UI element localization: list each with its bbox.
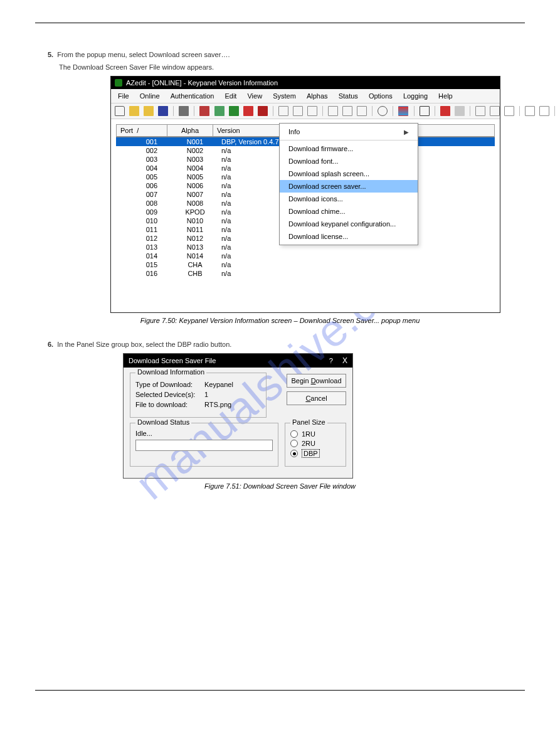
save-icon[interactable] — [158, 106, 168, 116]
copy-db-icon[interactable] — [214, 106, 225, 116]
sync-icon[interactable] — [229, 106, 239, 116]
toolbar-sep — [194, 106, 194, 116]
back-icon[interactable] — [440, 106, 450, 116]
tool-b-icon[interactable] — [490, 106, 500, 116]
cell-port: 011 — [116, 225, 172, 234]
panel-size-radio[interactable]: 1RU — [290, 430, 341, 438]
forward-icon[interactable] — [455, 106, 465, 116]
radio-dot-icon — [290, 450, 298, 457]
cancel-button[interactable]: Cancel — [287, 391, 346, 405]
kv-val: Keypanel — [204, 381, 233, 388]
ctx-item[interactable]: Download license... — [280, 230, 418, 243]
bottom-rule — [35, 690, 525, 691]
paint-icon[interactable] — [398, 106, 408, 116]
menu-file[interactable]: File — [114, 90, 134, 102]
copy-icon[interactable] — [342, 106, 352, 116]
cell-port: 001 — [116, 137, 172, 146]
dialog-close-button[interactable]: X — [342, 356, 347, 365]
cell-alpha: N011 — [172, 225, 218, 234]
kv-row: Type of Download:Keypanel — [135, 381, 261, 388]
menu-options[interactable]: Options — [364, 90, 397, 102]
step-6: 6. In the Panel Size group box, select t… — [48, 341, 525, 348]
menu-logging[interactable]: Logging — [399, 90, 432, 102]
toolbar-sep — [470, 106, 470, 116]
cell-port: 009 — [116, 208, 172, 216]
cancel-icon[interactable] — [258, 106, 268, 116]
menu-alphas[interactable]: Alphas — [302, 90, 332, 102]
step-5-text: From the popup menu, select Download scr… — [57, 51, 230, 58]
kv-key: File to download: — [135, 401, 204, 408]
undo-icon[interactable] — [278, 106, 288, 116]
tool-a-icon[interactable] — [475, 106, 485, 116]
group-legend: Download Information — [135, 368, 206, 376]
new-icon[interactable] — [115, 106, 125, 116]
title-bar: AZedit - [ONLINE] - Keypanel Version Inf… — [111, 77, 500, 89]
search-icon[interactable] — [378, 106, 388, 116]
menu-online[interactable]: Online — [135, 90, 164, 102]
begin-download-button[interactable]: Begin Download — [287, 374, 346, 388]
menu-authentication[interactable]: Authentication — [166, 90, 219, 102]
group-legend: Panel Size — [290, 418, 327, 426]
cell-port: 015 — [116, 260, 172, 269]
open-icon[interactable] — [129, 106, 139, 116]
cell-port: 016 — [116, 269, 172, 278]
azedit-window: AZedit - [ONLINE] - Keypanel Version Inf… — [110, 76, 500, 313]
step-5: 5. From the popup menu, select Download … — [48, 51, 525, 58]
ctx-item[interactable]: Download font... — [280, 155, 418, 167]
send-icon[interactable] — [199, 106, 209, 116]
panel-size-radio[interactable]: DBP — [290, 449, 341, 458]
paste-icon[interactable] — [144, 106, 154, 116]
cell-port: 007 — [116, 190, 172, 199]
table-area: Port / Alpha Version 001N001DBP, Version… — [111, 119, 500, 312]
ctx-item[interactable]: Download screen saver... — [280, 180, 418, 193]
menu-help[interactable]: Help — [434, 90, 457, 102]
dialog-title-bar: Download Screen Saver File ? X — [124, 354, 352, 368]
menu-system[interactable]: System — [268, 90, 300, 102]
menu-status[interactable]: Status — [334, 90, 362, 102]
tool-e-icon[interactable] — [539, 106, 549, 116]
status-text: Idle... — [135, 430, 273, 437]
radio-label: 1RU — [302, 430, 315, 438]
toolbar-sep — [554, 106, 555, 116]
cut-icon[interactable] — [328, 106, 338, 116]
ctx-item[interactable]: Download icons... — [280, 193, 418, 205]
toolbar-sep — [393, 106, 393, 116]
radio-label: 2RU — [302, 440, 315, 447]
col-port[interactable]: Port / — [116, 124, 167, 137]
font-icon[interactable] — [420, 106, 430, 116]
redo-icon[interactable] — [293, 106, 303, 116]
download-information-group: Download Information Type of Download:Ke… — [130, 373, 267, 418]
paste-icon[interactable] — [357, 106, 367, 116]
cell-alpha: N013 — [172, 243, 218, 252]
clear-icon[interactable] — [307, 106, 317, 116]
menu-bar: File Online Authentication Edit View Sys… — [111, 89, 500, 103]
step-5-tail: The Download Screen Saver File window ap… — [59, 63, 525, 71]
dialog-help-button[interactable]: ? — [329, 357, 333, 364]
cell-port: 005 — [116, 172, 172, 181]
menu-edit[interactable]: Edit — [220, 90, 241, 102]
tool-d-icon[interactable] — [525, 106, 535, 116]
cell-alpha: N001 — [172, 137, 218, 146]
ctx-info-label: Info — [288, 128, 300, 135]
ctx-info[interactable]: Info ▶ — [280, 125, 418, 138]
table-row[interactable]: 015CHAn/a — [116, 260, 495, 269]
ctx-item[interactable]: Download chime... — [280, 205, 418, 218]
arrow-icon[interactable] — [243, 106, 253, 116]
menu-view[interactable]: View — [243, 90, 267, 102]
cell-alpha: CHA — [172, 260, 218, 269]
table-row[interactable]: 016CHBn/a — [116, 269, 495, 278]
print-icon[interactable] — [179, 106, 189, 116]
ctx-item[interactable]: Download keypanel configuration... — [280, 218, 418, 230]
panel-size-radio[interactable]: 2RU — [290, 440, 341, 447]
ctx-item[interactable]: Download firmware... — [280, 142, 418, 155]
radio-dot-icon — [290, 430, 298, 438]
kv-key: Selected Device(s): — [135, 391, 204, 398]
app-icon — [115, 79, 122, 87]
col-alpha[interactable]: Alpha — [167, 124, 213, 137]
kv-val: 1 — [204, 391, 208, 398]
table-row[interactable]: 014N014n/a — [116, 252, 495, 260]
ctx-item[interactable]: Download splash screen... — [280, 167, 418, 180]
tool-c-icon[interactable] — [504, 106, 514, 116]
cell-alpha: CHB — [172, 269, 218, 278]
ctx-divider — [280, 140, 418, 140]
